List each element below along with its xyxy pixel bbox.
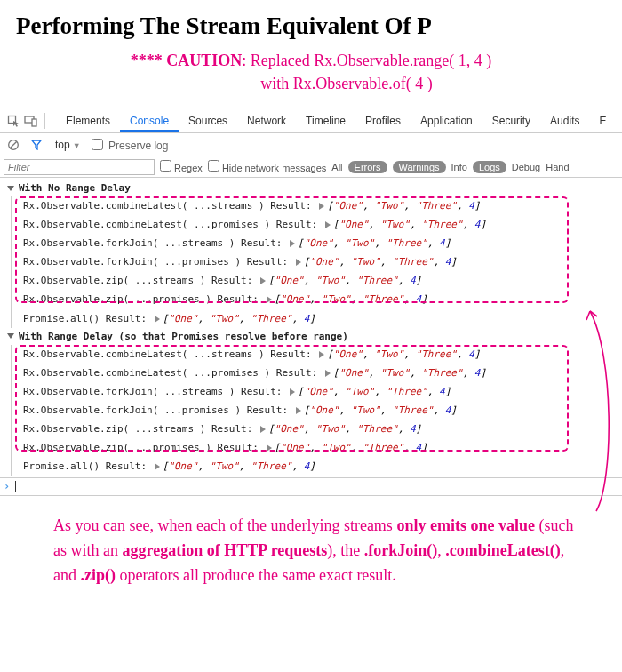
console-log-line: Rx.Observable.combineLatest( ...streams …: [23, 196, 622, 215]
regex-label: Regex: [174, 163, 203, 173]
context-selector[interactable]: top ▼: [52, 139, 84, 151]
explain-seg: ,: [437, 541, 445, 559]
explain-seg: As you can see, when each of the underly…: [53, 516, 396, 534]
device-icon[interactable]: [23, 113, 39, 129]
preserve-log-checkbox[interactable]: [92, 139, 103, 150]
level-logs[interactable]: Logs: [473, 161, 506, 173]
caution-line2: Rx.Observable.of( 4 ): [293, 75, 433, 92]
clear-console-icon[interactable]: [5, 137, 21, 153]
console-group-header[interactable]: With No Range Delay: [5, 180, 622, 196]
explain-seg: ), the: [327, 541, 363, 559]
tab-elements[interactable]: Elements: [56, 109, 120, 132]
console-log-line: Promise.all() Result: ["One", "Two", "Th…: [23, 309, 622, 328]
console-log-line: Rx.Observable.forkJoin( ...streams ) Res…: [23, 234, 622, 252]
preserve-log-label: Preserve log: [108, 140, 168, 152]
level-hand[interactable]: Hand: [546, 162, 569, 172]
level-info[interactable]: Info: [451, 162, 467, 172]
level-debug[interactable]: Debug: [512, 162, 540, 172]
console-output: With No Range DelayRx.Observable.combine…: [0, 178, 622, 477]
console-group-title: With No Range Delay: [19, 180, 131, 196]
devtools-panel: Elements Console Sources Network Timelin…: [0, 108, 622, 496]
console-log-line: Rx.Observable.forkJoin( ...promises ) Re…: [23, 401, 622, 420]
tab-timeline[interactable]: Timeline: [296, 109, 355, 132]
console-log-line: Rx.Observable.forkJoin( ...promises ) Re…: [23, 252, 622, 271]
console-group-header[interactable]: With Range Delay (so that Promises resol…: [5, 328, 622, 345]
explain-strong: only emits one value: [396, 516, 535, 534]
caution-line2-pre: with: [260, 75, 293, 92]
explain-strong: aggregation of HTTP requests: [122, 541, 327, 559]
caution-annotation: **** CAUTION: Replaced Rx.Observable.ran…: [0, 40, 622, 108]
explanation-annotation: As you can see, when each of the underly…: [0, 496, 622, 606]
level-errors[interactable]: Errors: [348, 161, 387, 173]
filter-input[interactable]: [4, 159, 155, 175]
inspect-icon[interactable]: [5, 113, 21, 129]
hide-network-checkbox[interactable]: [208, 160, 219, 172]
console-log-line: Rx.Observable.combineLatest( ...streams …: [23, 345, 622, 364]
svg-rect-2: [32, 119, 36, 126]
tab-application[interactable]: Application: [411, 109, 482, 132]
tab-audits[interactable]: Audits: [540, 109, 589, 132]
tab-network[interactable]: Network: [237, 109, 296, 132]
devtools-tabs: Elements Console Sources Network Timelin…: [56, 109, 616, 132]
console-prompt[interactable]: ›: [0, 477, 622, 495]
console-log-line: Rx.Observable.zip( ...streams ) Result: …: [23, 420, 622, 438]
level-all[interactable]: All: [331, 162, 342, 172]
preserve-log-toggle[interactable]: Preserve log: [92, 138, 169, 152]
hide-network-label: Hide network messages: [222, 163, 326, 173]
svg-line-4: [10, 141, 17, 148]
tab-profiles[interactable]: Profiles: [355, 109, 411, 132]
prompt-caret: [15, 481, 16, 492]
toolbar-separator: [44, 113, 45, 129]
tab-console[interactable]: Console: [120, 109, 179, 132]
explain-strong: .forkJoin(): [364, 541, 438, 559]
console-log-line: Rx.Observable.zip( ...promises ) Result:…: [23, 290, 622, 308]
console-log-line: Rx.Observable.zip( ...streams ) Result: …: [23, 271, 622, 290]
level-warnings[interactable]: Warnings: [393, 161, 446, 173]
console-log-line: Rx.Observable.forkJoin( ...streams ) Res…: [23, 382, 622, 401]
hide-network-toggle[interactable]: Hide network messages: [208, 160, 326, 173]
tab-more[interactable]: E: [589, 109, 616, 132]
explain-seg: operators all produce the same exact res…: [116, 566, 396, 584]
chevron-right-icon: ›: [4, 480, 10, 492]
regex-checkbox[interactable]: [160, 160, 171, 172]
explain-strong: .combineLatest(): [445, 541, 560, 559]
tab-sources[interactable]: Sources: [179, 109, 237, 132]
console-group-body: Rx.Observable.combineLatest( ...streams …: [11, 196, 622, 327]
console-filterbar: Regex Hide network messages All Errors W…: [0, 156, 622, 178]
filter-icon[interactable]: [28, 137, 44, 153]
console-log-line: Rx.Observable.zip( ...promises ) Result:…: [23, 438, 622, 457]
console-log-line: Rx.Observable.combineLatest( ...promises…: [23, 215, 622, 234]
console-group-body: Rx.Observable.combineLatest( ...streams …: [11, 345, 622, 476]
caution-label: CAUTION: [166, 52, 242, 69]
page-title: Performing The Stream Equivalent Of P: [0, 0, 622, 40]
caution-line1: : Replaced Rx.Observable.range( 1, 4 ): [242, 52, 491, 69]
explain-strong: .zip(): [81, 566, 116, 584]
console-log-line: Rx.Observable.combineLatest( ...promises…: [23, 364, 622, 382]
console-subtoolbar: top ▼ Preserve log: [0, 133, 622, 156]
devtools-toolbar: Elements Console Sources Network Timelin…: [0, 108, 622, 133]
caution-stars: ****: [131, 52, 167, 69]
console-log-line: Promise.all() Result: ["One", "Two", "Th…: [23, 457, 622, 476]
tab-security[interactable]: Security: [482, 109, 540, 132]
console-group-title: With Range Delay (so that Promises resol…: [19, 329, 348, 344]
regex-toggle[interactable]: Regex: [160, 160, 203, 173]
